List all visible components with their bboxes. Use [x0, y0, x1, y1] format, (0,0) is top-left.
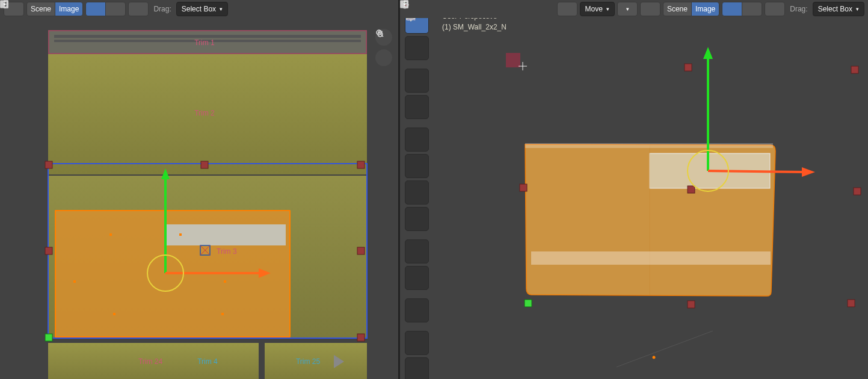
uv-canvas: Trim 1 Trim 2 Trim 3 Trim 24 Trim 4 Trim… [0, 18, 398, 379]
svg-rect-95 [520, 184, 527, 191]
spacer [405, 122, 429, 125]
svg-rect-101 [506, 53, 520, 67]
measure-tool[interactable] [405, 266, 429, 290]
svg-rect-37 [45, 247, 52, 254]
spacer [405, 292, 429, 296]
show-image-button[interactable]: Image [55, 2, 83, 16]
bevel-tool[interactable] [405, 69, 429, 93]
svg-rect-31 [224, 280, 226, 283]
hand-icon [375, 29, 385, 39]
svg-rect-33 [221, 313, 224, 315]
scale-tool[interactable] [405, 180, 429, 205]
drag-value: Select Box [182, 5, 216, 13]
chevron-down-icon: ▾ [606, 6, 609, 12]
snap-button[interactable] [128, 2, 149, 16]
svg-rect-93 [685, 64, 692, 71]
pan-button[interactable] [375, 49, 392, 66]
svg-rect-34 [45, 161, 52, 168]
svg-rect-39 [357, 334, 365, 341]
cursor-tool[interactable] [405, 36, 429, 60]
3d-header: Move▾ ▾ Scene Image Drag: Select Box▾ [400, 0, 868, 18]
3d-drag-label: Drag: [790, 5, 807, 13]
chevron-down-icon: ▾ [856, 6, 859, 12]
3d-scene-button[interactable]: Scene [663, 2, 692, 16]
3d-display-segment: Scene Image [663, 2, 719, 16]
3d-pivot-a[interactable] [722, 2, 742, 16]
transform-space-button[interactable]: ▾ [617, 2, 638, 16]
object-name-label: (1) SM_Wall_2x2_N [442, 22, 506, 32]
svg-rect-99 [848, 300, 855, 307]
trim24-label: Trim 24 [138, 357, 163, 366]
uv-viewport[interactable]: Trim 1 Trim 2 Trim 3 Trim 24 Trim 4 Trim… [0, 18, 398, 379]
image-label2: Image [695, 5, 715, 13]
svg-rect-100 [525, 300, 532, 307]
uv-header: Scene Image Drag: Select Box▾ [0, 0, 398, 18]
svg-rect-23 [165, 224, 286, 245]
display-mode-segment: Scene Image [26, 2, 83, 16]
svg-line-104 [708, 171, 807, 172]
3d-canvas [400, 18, 868, 379]
svg-marker-105 [802, 167, 815, 177]
pivot-segment [85, 2, 126, 16]
svg-rect-30 [73, 280, 76, 283]
trim2-label: Trim 2 [194, 109, 215, 117]
svg-rect-40 [45, 334, 52, 341]
pivot-b-button[interactable] [105, 2, 126, 16]
annotate-tool[interactable] [405, 239, 429, 263]
magnet-icon [0, 0, 10, 10]
svg-rect-35 [201, 161, 208, 168]
magnet-icon [400, 0, 410, 10]
trim3-label: Trim 3 [217, 247, 237, 256]
inset-tool[interactable] [405, 95, 429, 119]
uv-editor-panel: Scene Image Drag: Select Box▾ [0, 0, 400, 379]
3d-snap-button[interactable] [765, 2, 785, 16]
pivot-a-button[interactable] [85, 2, 106, 16]
svg-rect-38 [357, 247, 365, 254]
show-scene-button[interactable]: Scene [26, 2, 55, 16]
trim1-label: Trim 1 [194, 39, 215, 47]
chevron-down-icon: ▾ [626, 6, 629, 12]
sync-3d-button[interactable] [640, 2, 660, 16]
trim4-label: Trim 4 [197, 357, 218, 366]
svg-rect-97 [854, 188, 861, 195]
svg-marker-103 [703, 47, 713, 59]
cube1-tool[interactable] [405, 331, 429, 355]
orient-button[interactable] [557, 2, 577, 16]
svg-line-87 [617, 331, 713, 367]
cube2-tool[interactable] [405, 357, 429, 379]
image-label: Image [59, 5, 79, 13]
svg-rect-36 [357, 161, 365, 168]
app-root: Scene Image Drag: Select Box▾ [0, 0, 868, 379]
svg-rect-94 [851, 66, 858, 73]
uv-nav-controls [375, 29, 392, 66]
3d-pivot-b[interactable] [742, 2, 762, 16]
svg-point-107 [653, 356, 656, 359]
svg-rect-96 [688, 186, 695, 193]
move-tool[interactable] [405, 128, 429, 152]
chevron-down-icon: ▾ [220, 6, 223, 12]
scene-label: Scene [31, 5, 51, 13]
move-label: Move [585, 5, 603, 13]
3d-drag-dropdown[interactable]: Select Box▾ [813, 2, 864, 16]
svg-rect-92 [525, 143, 773, 148]
3d-drag-value: Select Box [818, 5, 852, 13]
3d-tool-column: + [405, 10, 429, 379]
svg-rect-18 [54, 35, 361, 38]
addcube-tool[interactable]: + [405, 298, 429, 322]
spacer [405, 325, 429, 328]
svg-rect-98 [688, 301, 695, 308]
drag-mode-dropdown[interactable]: Select Box▾ [176, 2, 228, 16]
3d-image-button[interactable]: Image [691, 2, 719, 16]
svg-rect-32 [113, 313, 115, 315]
trim25-label: Trim 25 [296, 357, 321, 366]
spacer [405, 63, 429, 66]
3d-viewport[interactable] [400, 18, 868, 379]
svg-rect-29 [179, 233, 182, 236]
rotate-tool[interactable] [405, 154, 429, 178]
move-mode-dropdown[interactable]: Move▾ [580, 2, 615, 16]
3d-viewport-panel: Move▾ ▾ Scene Image Drag: Select Box▾ + [400, 0, 868, 379]
spacer [405, 233, 429, 237]
transform-tool[interactable] [405, 207, 429, 231]
drag-label: Drag: [153, 5, 171, 13]
3d-panel-seg [722, 2, 762, 16]
